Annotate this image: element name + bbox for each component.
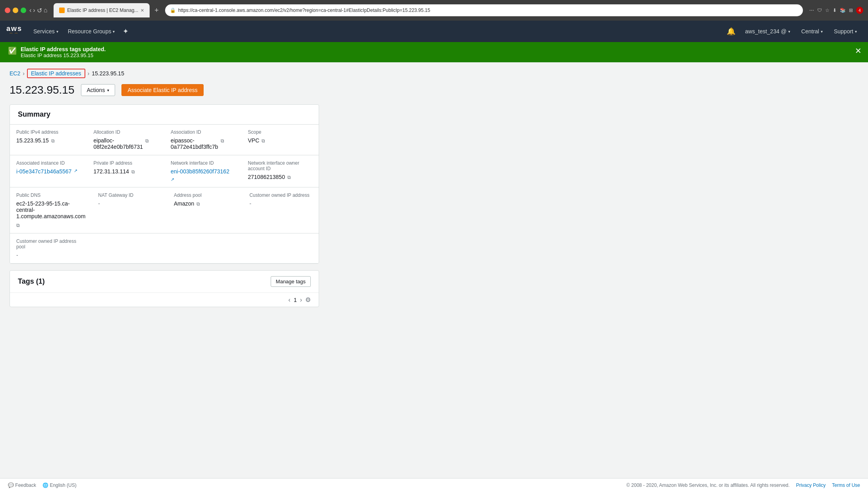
address-pool-label: Address pool	[174, 192, 237, 198]
address-pool-copy[interactable]: ⧉	[196, 201, 200, 207]
header-right: 🔔 aws_test_234 @ ▾ Central ▾ Support ▾	[724, 21, 862, 42]
empty-cell-3	[242, 234, 319, 263]
owner-account-copy[interactable]: ⧉	[287, 175, 291, 180]
aws-logo-text: aws	[6, 25, 22, 32]
summary-row-3: Public DNS ec2-15-223-95-15.ca-central-1…	[10, 188, 319, 234]
nav-buttons: ‹ › ↺ ⌂	[29, 7, 47, 14]
traffic-lights	[5, 8, 26, 13]
download-icon: ⬇	[833, 8, 837, 13]
network-interface-id-external[interactable]: ↗	[171, 177, 174, 182]
favorites-star[interactable]: ✦	[119, 27, 132, 36]
association-id-label: Association ID	[171, 129, 235, 135]
public-dns-cell: Public DNS ec2-15-223-95-15.ca-central-1…	[10, 188, 92, 233]
network-interface-id-label: Network interface ID	[171, 160, 235, 166]
banner-close-button[interactable]: ✕	[855, 46, 862, 56]
next-page-button[interactable]: ›	[300, 296, 302, 304]
page-settings-button[interactable]: ⚙	[305, 296, 311, 304]
public-dns-value: ec2-15-223-95-15.ca-central-1.compute.am…	[16, 200, 85, 228]
empty-cell-1	[87, 234, 165, 263]
actions-button[interactable]: Actions ▾	[81, 84, 115, 96]
breadcrumb-elastic-ip-link[interactable]: Elastic IP addresses	[27, 69, 85, 78]
private-ip-copy[interactable]: ⧉	[131, 169, 135, 175]
owner-account-cell: Network interface owner account ID 27108…	[242, 156, 319, 187]
allocation-id-label: Allocation ID	[94, 129, 158, 135]
browser-tab[interactable]: Elastic IP address | EC2 Manag... ✕	[54, 3, 150, 17]
scope-text: VPC	[248, 137, 260, 144]
resource-groups-label: Resource Groups	[68, 28, 112, 35]
customer-pool-value: -	[16, 252, 81, 258]
services-label: Services	[33, 28, 55, 35]
tags-card-header: Tags (1) Manage tags	[10, 271, 319, 292]
resource-groups-nav[interactable]: Resource Groups ▾	[63, 21, 120, 42]
page-title: 15.223.95.15	[10, 84, 75, 96]
allocation-id-cell: Allocation ID eipalloc-08f2e24e0b7bf6731…	[87, 125, 165, 155]
success-message-bold: Elastic IP address tags updated.	[21, 46, 106, 52]
home-button[interactable]: ⌂	[44, 7, 48, 14]
new-tab-button[interactable]: +	[154, 6, 159, 15]
support-caret: ▾	[855, 29, 857, 34]
network-interface-id-link[interactable]: eni-003b85f6260f73162	[171, 168, 229, 175]
scope-cell: Scope VPC ⧉	[242, 125, 319, 155]
back-button[interactable]: ‹	[29, 7, 31, 14]
extensions-icon: ⋯	[809, 8, 814, 13]
nat-gateway-cell: NAT Gateway ID -	[92, 188, 167, 233]
user-menu[interactable]: aws_test_234 @ ▾	[740, 21, 795, 42]
instance-id-label: Associated instance ID	[16, 160, 81, 166]
customer-pool-text: -	[16, 252, 18, 258]
address-pool-text: Amazon	[174, 200, 194, 207]
tab-favicon	[59, 8, 65, 13]
private-ip-label: Private IP address	[94, 160, 158, 166]
url-text: https://ca-central-1.console.aws.amazon.…	[178, 8, 798, 13]
network-interface-id-cell: Network interface ID eni-003b85f6260f731…	[164, 156, 242, 187]
customer-ip-cell: Customer owned IP address -	[243, 188, 319, 233]
maximize-window-button[interactable]	[21, 8, 26, 13]
nat-gateway-value: -	[98, 200, 161, 207]
breadcrumb-ec2-link[interactable]: EC2	[10, 70, 20, 77]
tab-title: Elastic IP address | EC2 Manag...	[67, 8, 138, 13]
breadcrumb-sep-1: ›	[23, 70, 25, 77]
public-dns-copy[interactable]: ⧉	[16, 223, 20, 228]
association-id-value: eipassoc-0a772e41bdf3ffc7b ⧉	[171, 137, 235, 150]
support-label: Support	[834, 28, 853, 35]
scope-copy[interactable]: ⧉	[262, 138, 265, 144]
actions-caret: ▾	[107, 88, 109, 92]
allocation-id-copy[interactable]: ⧉	[145, 138, 149, 144]
customer-pool-cell: Customer owned IP address pool -	[10, 234, 87, 263]
success-message: Elastic IP address tags updated. Elastic…	[21, 46, 106, 58]
tab-close-button[interactable]: ✕	[140, 8, 144, 13]
associate-label: Associate Elastic IP address	[127, 87, 197, 93]
forward-button[interactable]: ›	[33, 7, 35, 14]
prev-page-button[interactable]: ‹	[289, 296, 291, 304]
association-id-text: eipassoc-0a772e41bdf3ffc7b	[171, 137, 218, 150]
instance-id-link[interactable]: i-05e347c71b46a5567	[16, 168, 71, 175]
instance-id-value: i-05e347c71b46a5567 ↗	[16, 168, 81, 175]
close-window-button[interactable]	[5, 8, 10, 13]
aws-logo-smile: ⌒⌒	[9, 32, 19, 38]
reload-button[interactable]: ↺	[37, 7, 42, 14]
owner-account-value: 271086213850 ⧉	[248, 174, 313, 180]
star-icon[interactable]: ☆	[825, 8, 830, 13]
minimize-window-button[interactable]	[13, 8, 18, 13]
network-interface-id-value: eni-003b85f6260f73162 ↗	[171, 168, 235, 182]
public-ipv4-label: Public IPv4 address	[16, 129, 81, 135]
associate-button[interactable]: Associate Elastic IP address	[121, 84, 203, 96]
region-menu[interactable]: Central ▾	[797, 21, 828, 42]
owner-account-text: 271086213850	[248, 174, 285, 180]
instance-id-external[interactable]: ↗	[74, 168, 77, 173]
pagination: ‹ 1 › ⚙	[10, 292, 319, 307]
aws-logo[interactable]: aws ⌒⌒	[6, 25, 22, 38]
services-nav[interactable]: Services ▾	[29, 21, 63, 42]
page-number: 1	[294, 297, 297, 303]
region-caret: ▾	[821, 29, 823, 34]
private-ip-text: 172.31.13.114	[94, 168, 129, 175]
notifications-bell[interactable]: 🔔	[724, 27, 739, 36]
support-menu[interactable]: Support ▾	[829, 21, 862, 42]
url-bar[interactable]: 🔒 https://ca-central-1.console.aws.amazo…	[165, 4, 803, 16]
breadcrumb: EC2 › Elastic IP addresses › 15.223.95.1…	[10, 69, 858, 78]
private-ip-value: 172.31.13.114 ⧉	[94, 168, 158, 175]
public-ipv4-cell: Public IPv4 address 15.223.95.15 ⧉	[10, 125, 87, 155]
association-id-copy[interactable]: ⧉	[221, 138, 224, 144]
manage-tags-button[interactable]: Manage tags	[271, 276, 311, 287]
public-ipv4-copy[interactable]: ⧉	[51, 138, 55, 144]
resource-groups-caret: ▾	[113, 29, 115, 34]
